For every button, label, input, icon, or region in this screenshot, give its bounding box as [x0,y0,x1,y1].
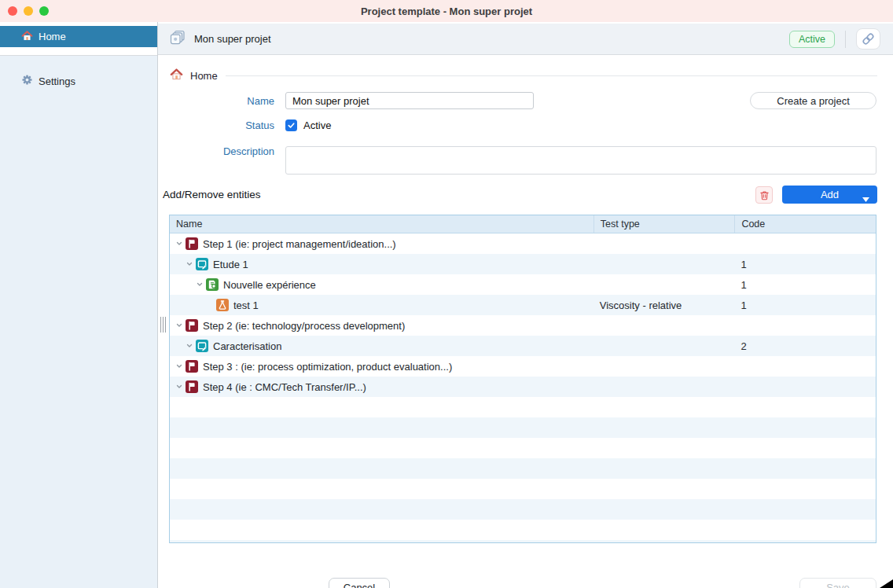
active-checkbox-label: Active [303,119,331,131]
name-label: Name [158,95,274,107]
add-entity-button[interactable]: Add [782,186,877,204]
table-row[interactable]: Step 2 (ie: technology/process developme… [170,315,876,336]
study-board-icon [196,258,208,270]
link-button[interactable] [856,28,880,50]
experiment-doc-icon [206,278,219,291]
entities-table: Name Test type Code Step 1 (ie: project … [169,215,876,543]
project-header: Mon super projet Active [158,24,893,55]
column-header-test-type[interactable]: Test type [593,215,735,233]
chevron-down-icon[interactable] [175,321,184,330]
status-label: Status [158,119,274,131]
row-label: Caracterisation [213,340,281,352]
row-label: Step 4 (ie : CMC/Tech Transfer/IP...) [203,381,366,393]
table-header: Name Test type Code [170,215,876,233]
row-code: 1 [734,300,876,311]
add-button-label: Add [821,189,839,200]
header-divider [845,31,846,48]
study-board-icon [196,340,208,352]
row-label: test 1 [233,300,259,311]
cancel-button[interactable]: Cancel [329,578,390,588]
sidebar-item-label: Home [39,31,66,42]
stacked-cards-icon [169,29,186,49]
chevron-down-icon [862,193,869,204]
project-name: Mon super projet [194,33,271,45]
table-row[interactable]: Step 4 (ie : CMC/Tech Transfer/IP...) [170,377,876,397]
chevron-down-icon[interactable] [195,280,204,289]
create-project-button[interactable]: Create a project [750,92,876,109]
step-flag-icon [186,380,198,393]
sidebar-item-label: Settings [39,75,75,87]
row-code: 1 [734,259,876,270]
table-row[interactable]: Nouvelle expérience 1 [170,274,876,295]
traffic-lights [8,6,49,16]
save-button: Save [799,578,876,588]
row-label: Step 2 (ie: technology/process developme… [203,320,405,332]
close-window-button[interactable] [8,6,17,16]
section-title: Home [190,70,218,82]
row-label: Step 1 (ie: project management/ideation.… [203,238,396,250]
step-flag-icon [186,237,198,250]
column-header-name[interactable]: Name [170,215,593,233]
chevron-down-icon[interactable] [185,341,194,351]
table-row[interactable]: Etude 1 1 [170,254,876,274]
description-label: Description [158,145,274,157]
titlebar: Project template - Mon super projet [0,0,893,22]
entities-section-label: Add/Remove entities [163,189,261,200]
window-title: Project template - Mon super projet [361,6,532,17]
section-header: Home [170,68,877,83]
link-icon [862,32,875,46]
sidebar: Home Settings [0,22,158,588]
table-empty-rows [170,397,876,543]
house-icon [170,68,183,83]
row-code: 1 [734,279,876,291]
sidebar-item-home[interactable]: Home [0,26,157,47]
table-row[interactable]: Step 3 : (ie: process optimization, prod… [170,356,876,377]
app-window: Project template - Mon super projet Home [0,0,893,588]
table-body: Step 1 (ie: project management/ideation.… [170,233,876,397]
table-row[interactable]: Caracterisation 2 [170,336,876,356]
step-flag-icon [186,319,198,332]
test-flask-icon [216,299,229,311]
column-header-code[interactable]: Code [734,215,876,233]
sidebar-item-settings[interactable]: Settings [0,69,157,93]
status-badge: Active [789,31,835,48]
table-row[interactable]: Step 1 (ie: project management/ideation.… [170,233,876,254]
chevron-down-icon[interactable] [175,382,184,391]
trash-icon [759,190,770,200]
active-checkbox[interactable] [285,119,297,131]
row-code: 2 [734,340,876,352]
row-label: Etude 1 [213,259,248,270]
minimize-window-button[interactable] [24,6,33,16]
description-textarea[interactable] [285,146,876,175]
row-test-type: Viscosity - relative [593,300,735,311]
row-label: Nouvelle expérience [223,279,316,291]
chevron-down-icon[interactable] [175,239,184,248]
chevron-down-icon[interactable] [185,259,194,269]
step-flag-icon [186,360,198,373]
section-divider-line [226,75,877,76]
main-panel: Mon super projet Active [158,22,893,588]
chevron-down-icon[interactable] [175,362,184,371]
row-label: Step 3 : (ie: process optimization, prod… [203,361,452,373]
sidebar-resize-grip[interactable] [160,317,167,333]
zoom-window-button[interactable] [39,6,49,16]
table-row[interactable]: test 1 Viscosity - relative 1 [170,295,876,315]
check-icon [287,121,296,130]
delete-entity-button[interactable] [755,186,773,204]
house-icon [21,30,33,44]
name-input[interactable] [285,92,534,109]
gear-icon [21,74,33,88]
